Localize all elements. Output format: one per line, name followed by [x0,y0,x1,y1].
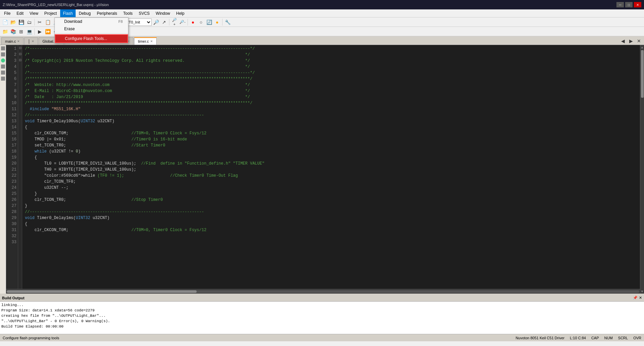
flash-menu-configure[interactable]: Configure Flash Tools... [55,34,128,43]
open-file-btn[interactable]: 📂 [9,18,17,26]
build-output-pin[interactable]: 📌 [633,296,638,300]
save-btn[interactable]: 💾 [17,18,25,26]
menu-help[interactable]: Help [173,9,187,17]
func-nav-btn[interactable]: ↗ [160,18,168,26]
func-search-btn[interactable]: 🔎 [152,18,160,26]
menu-flash[interactable]: Flash [60,9,75,17]
build-output: Build Output 📌 ✕ linking...Program Size:… [0,294,644,334]
download-label: Download [64,19,82,24]
menu-window[interactable]: Window [153,9,173,17]
sep1 [34,19,35,26]
build-output-title: Build Output [2,296,25,300]
tab-timer-c-label: timer.c [138,39,149,43]
flash-menu-sep [55,33,128,34]
record-btn[interactable]: ● [213,18,221,26]
h-scrollbar[interactable] [6,289,640,294]
flash-menu: Download F8 Erase Configure Flash Tools.… [54,17,128,43]
tool-wrench-btn[interactable]: 🔧 [224,18,231,26]
download-shortcut: F8 [118,19,123,24]
zoom-out-btn[interactable]: 🔎- [179,18,186,26]
left-sidebar [0,45,6,294]
project-btn[interactable]: 📁 [1,28,9,35]
code-lines[interactable]: /*--------------------------------------… [22,45,640,289]
run-btn[interactable]: ● [189,18,197,26]
tab-scroll-left[interactable]: ◀ [619,37,627,45]
caps-indicator: CAP [591,336,599,340]
sidebar-icon-2[interactable] [1,52,5,56]
scrl-indicator: SCRL [618,336,628,340]
tab-scroll-right[interactable]: ▶ [627,37,635,45]
t2-2[interactable]: ⏩ [44,28,51,35]
menu-edit[interactable]: Edit [14,9,26,17]
minimize-button[interactable]: ─ [616,2,624,7]
cpu-btn[interactable]: 💻 [26,28,33,35]
t2-1[interactable]: ▶ [36,28,43,35]
sidebar-icon-5[interactable] [1,71,5,75]
tab-close-all[interactable]: ✕ [635,37,643,45]
stop2-btn[interactable]: ○ [197,18,205,26]
flash-menu-erase[interactable]: Erase [55,25,128,33]
window-controls: ─ □ ✕ [616,2,641,7]
menu-project[interactable]: Project [42,9,59,17]
tab-main-c-close[interactable]: ✕ [17,40,20,43]
sep7 [188,19,188,26]
reset-btn[interactable]: 🔄 [205,18,213,26]
flash-menu-download[interactable]: Download F8 [55,18,128,25]
erase-label: Erase [64,27,75,31]
status-message: Configure flash programming tools [3,336,59,340]
sidebar-icon-4[interactable] [1,64,5,69]
grid-btn[interactable]: ⊞ [17,28,25,35]
build-line: creating hex file from "..\OUTPUT\Light_… [1,313,643,318]
line-numbers: 1234567891011121314151617181920212223242… [6,45,18,289]
ovr-indicator: OVR [633,336,641,340]
position-info: L:10 C:84 [570,336,586,340]
status-bar: Configure flash programming tools Nuvoto… [0,334,644,341]
status-right: Nuvoton 8051 Keil C51 Driver L:10 C:84 C… [516,336,641,340]
save-all-btn[interactable]: 🗂 [26,18,33,26]
menu-svcs[interactable]: SVCS [136,9,153,17]
build-output-content: linking...Program Size: data=14.1 xdata=… [0,302,644,334]
fold-gutter: ⊟⊟⊟ [18,45,22,289]
sep8 [222,19,223,26]
cut-btn[interactable]: ✂ [36,18,43,26]
copy-btn[interactable]: 📋 [44,18,51,26]
menu-debug[interactable]: Debug [76,9,93,17]
v-scrollbar-thumb[interactable] [641,50,644,98]
tab-main-c[interactable]: main.c ✕ [1,37,24,45]
sep6 [169,19,169,26]
build-line: Build Time Elapsed: 00:00:00 [1,324,643,329]
new-file-btn[interactable]: 📄 [1,18,9,26]
sidebar-icon-1[interactable] [1,46,5,50]
sidebar-icon-3[interactable] [1,58,5,62]
zoom-in-btn[interactable]: 🔎+ [171,18,178,26]
build-output-close[interactable]: ✕ [639,296,642,300]
close-button[interactable]: ✕ [634,2,641,7]
scroll-down[interactable]: ▼ [640,289,644,294]
code-area[interactable]: 1234567891011121314151617181920212223242… [6,45,640,294]
driver-info: Nuvoton 8051 Keil C51 Driver [516,336,565,340]
menu-tools[interactable]: Tools [121,9,135,17]
build-line: "..\OUTPUT\Light_Bar" - 0 Error(s), 0 Wa… [1,318,643,324]
tab-timer-c-close[interactable]: ✕ [150,40,153,43]
tab-main-c-label: main.c [5,39,16,43]
sep9 [34,28,35,35]
title-bar: Z:\Winx_Share\PRG_LED_new\USER\Light_Bar… [0,0,644,9]
menu-view[interactable]: View [27,9,41,17]
maximize-button[interactable]: □ [625,2,633,7]
tab-unnamed[interactable]: │ ✕ [24,37,38,45]
h-scrollbar-thumb[interactable] [7,290,197,293]
menu-peripherals[interactable]: Peripherals [94,9,120,17]
window-title: Z:\Winx_Share\PRG_LED_new\USER\Light_Bar… [3,3,109,7]
sidebar-icon-6[interactable] [1,77,5,81]
build-line: Program Size: data=14.1 xdata=56 code=22… [1,308,643,313]
num-indicator: NUM [604,336,613,340]
h-scrollbar-track [7,290,639,293]
scroll-up[interactable]: ▲ [640,45,644,49]
book-btn[interactable]: 📚 [9,28,17,35]
right-scroll[interactable]: ▲ ▼ [640,45,644,294]
configure-label: Configure Flash Tools... [65,36,107,41]
tab-timer-c[interactable]: timer.c ✕ [134,37,156,45]
build-line: linking... [1,302,643,308]
tab-unnamed-close[interactable]: ✕ [32,40,34,43]
menu-file[interactable]: File [1,9,13,17]
